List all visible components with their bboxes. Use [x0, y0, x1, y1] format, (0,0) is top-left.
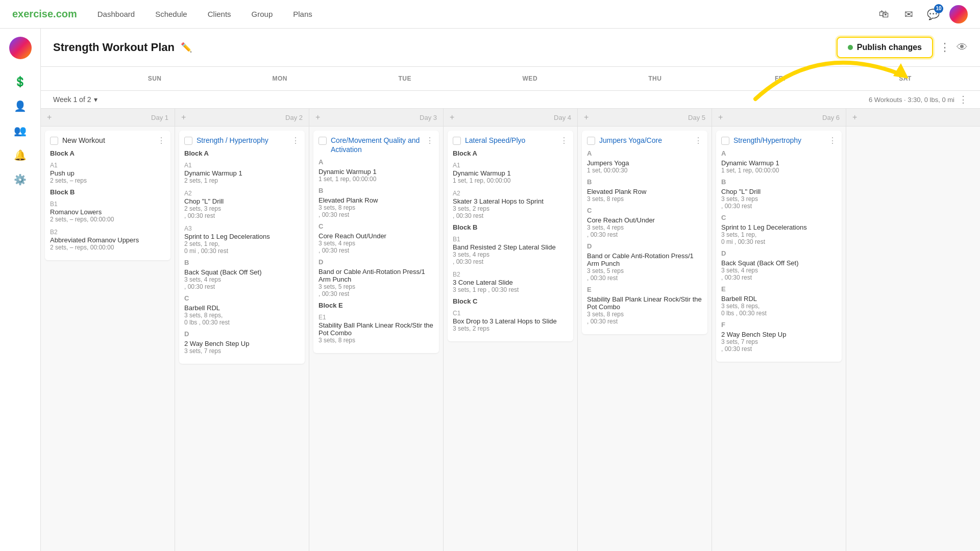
block-b-mon: B Back Squat (Back Off Set) 3 sets, 4 re… [184, 259, 300, 290]
exercise-row: Band or Cable Anti-Rotation Press/1 Arm … [318, 268, 434, 297]
add-day-tue[interactable]: + [315, 113, 320, 122]
workout-title-mon[interactable]: Strength / Hypertrophy [197, 136, 268, 145]
block-b-thu: B Elevated Plank Row 3 sets, 8 reps [587, 178, 702, 203]
exercise-row: Jumpers Yoga 1 set, 00:00:30 [587, 159, 702, 174]
exercise-row: E1 Stability Ball Plank Linear Rock/Stir… [318, 312, 434, 344]
workout-more-tue[interactable]: ⋮ [426, 136, 434, 145]
block-label: Block B [453, 223, 568, 231]
block-label: Block A [453, 149, 568, 157]
block-c-tue: C Core Reach Out/Under 3 sets, 4 reps , … [318, 222, 434, 254]
day-num-sun: Day 1 [151, 114, 168, 121]
workout-title-fri[interactable]: Strength/Hypertrophy [733, 136, 801, 145]
sidebar-item-bell[interactable]: 🔔 [10, 145, 31, 165]
add-day-sat[interactable]: + [852, 113, 857, 122]
workout-title-wed[interactable]: Lateral Speed/Plyo [465, 136, 525, 145]
add-day-wed[interactable]: + [450, 113, 454, 122]
block-a-wed: Block A A1 Dynamic Warmup 1 1 set, 1 rep… [453, 149, 568, 219]
main-content: Strength Workout Plan ✏️ Publish changes… [41, 29, 980, 551]
nav-dashboard[interactable]: Dashboard [93, 8, 139, 20]
block-f-fri: F 2 Way Bench Step Up 3 sets, 7 reps , 0… [721, 321, 837, 353]
publish-button[interactable]: Publish changes [837, 37, 933, 58]
workout-checkbox-mon[interactable] [184, 137, 192, 145]
workout-checkbox-thu[interactable] [587, 137, 595, 145]
workout-card-thu: Jumpers Yoga/Core ⋮ A Jumpers Yoga 1 set… [582, 131, 707, 334]
nav-group[interactable]: Group [248, 8, 277, 20]
day-header-col-sat: + [846, 109, 980, 127]
block-d-fri: D Back Squat (Back Off Set) 3 sets, 4 re… [721, 249, 837, 281]
block-label: Block C [453, 297, 568, 305]
workout-card-sun: New Workout ⋮ Block A A1 Push up 2 sets,… [45, 131, 170, 260]
add-day-mon[interactable]: + [181, 113, 186, 122]
day-header-col-mon: + Day 2 [175, 109, 309, 127]
sidebar-item-dollar[interactable]: 💲 [10, 71, 31, 92]
workout-title-area-wed: Lateral Speed/Plyo [453, 136, 525, 145]
logo-text: exercise [12, 8, 53, 19]
publish-label: Publish changes [857, 43, 922, 52]
logo-accent: .com [53, 8, 77, 19]
block-b-fri: B Chop "L" Drill 3 sets, 3 reps , 00:30 … [721, 178, 837, 210]
workout-more-wed[interactable]: ⋮ [560, 136, 568, 145]
main-layout: 💲 👤 👥 🔔 ⚙️ Strength Workout Plan ✏️ Publ… [0, 29, 980, 551]
add-day-sun[interactable]: + [47, 113, 52, 122]
workout-card-header-wed: Lateral Speed/Plyo ⋮ [453, 136, 568, 145]
nav-plans[interactable]: Plans [289, 8, 316, 20]
day-header-col-wed: + Day 4 [444, 109, 577, 127]
workout-more-mon[interactable]: ⋮ [291, 136, 300, 145]
workout-title-sun[interactable]: New Workout [62, 136, 105, 145]
week-stats: 6 Workouts · 3:30, 0 lbs, 0 mi [869, 96, 954, 104]
workout-checkbox-tue[interactable] [318, 137, 327, 145]
user-avatar[interactable] [949, 5, 968, 23]
workout-title-tue[interactable]: Core/Movement Quality and Activation [331, 136, 426, 154]
workout-checkbox-fri[interactable] [721, 137, 729, 145]
exercise-row: 2 Way Bench Step Up 3 sets, 7 reps , 00:… [721, 331, 837, 353]
workout-title-area-mon: Strength / Hypertrophy [184, 136, 268, 145]
workout-more-thu[interactable]: ⋮ [694, 136, 702, 145]
preview-icon[interactable]: 👁 [957, 41, 968, 54]
notifications-wrapper: 💬 10 [925, 6, 941, 22]
nav-links: Dashboard Schedule Clients Group Plans [93, 8, 876, 20]
sidebar-logo[interactable] [9, 37, 32, 59]
day-column-sun: + Day 1 New Workout ⋮ Block A A1 [41, 109, 175, 551]
exercise-row: Elevated Plank Row 3 sets, 8 reps , 00:3… [318, 196, 434, 218]
more-options-icon[interactable]: ⋮ [939, 41, 950, 54]
nav-actions: 🛍 ✉ 💬 10 [876, 5, 968, 23]
nav-schedule[interactable]: Schedule [151, 8, 191, 20]
page-title: Strength Workout Plan [53, 41, 175, 54]
workout-more-fri[interactable]: ⋮ [828, 136, 837, 145]
edit-title-icon[interactable]: ✏️ [181, 42, 192, 53]
nav-clients[interactable]: Clients [204, 8, 235, 20]
block-e-tue: Block E E1 Stability Ball Plank Linear R… [318, 302, 434, 344]
publish-status-dot [848, 45, 853, 50]
week-more-icon[interactable]: ⋮ [959, 94, 968, 105]
logo[interactable]: exercise.com [12, 8, 77, 20]
workout-checkbox-wed[interactable] [453, 137, 461, 145]
block-b-tue: B Elevated Plank Row 3 sets, 8 reps , 00… [318, 187, 434, 218]
day-header-col-thu: + Day 5 [578, 109, 712, 127]
sidebar-item-person[interactable]: 👤 [10, 96, 31, 116]
exercise-row: A1 Push up 2 sets, – reps [50, 160, 165, 184]
workout-title-thu[interactable]: Jumpers Yoga/Core [599, 136, 662, 145]
shopping-bag-icon[interactable]: 🛍 [876, 6, 892, 22]
sidebar-item-settings[interactable]: ⚙️ [10, 169, 31, 190]
day-num-fri: Day 6 [822, 114, 840, 121]
day-column-thu: + Day 5 Jumpers Yoga/Core ⋮ A [578, 109, 712, 551]
workout-more-sun[interactable]: ⋮ [157, 136, 165, 145]
workout-checkbox-sun[interactable] [50, 137, 58, 145]
day-column-sat: + [846, 109, 980, 551]
page-header: Strength Workout Plan ✏️ Publish changes… [41, 29, 980, 67]
sidebar-item-group[interactable]: 👥 [10, 120, 31, 141]
block-c-wed: Block C C1 Box Drop to 3 Lateral Hops to… [453, 297, 568, 332]
workout-title-area-sun: New Workout [50, 136, 105, 145]
exercise-row: Back Squat (Back Off Set) 3 sets, 4 reps… [184, 268, 300, 290]
day-header-sat: SAT [843, 71, 968, 86]
mail-icon[interactable]: ✉ [900, 6, 917, 22]
add-day-fri[interactable]: + [718, 113, 723, 122]
add-day-thu[interactable]: + [584, 113, 589, 122]
week-selector[interactable]: Week 1 of 2 ▾ [53, 95, 97, 104]
exercise-row: Barbell RDL 3 sets, 8 reps, 0 lbs , 00:3… [184, 304, 300, 326]
exercise-row: B1 Band Resisted 2 Step Lateral Slide 3 … [453, 234, 568, 265]
block-e-label: Block E [318, 302, 434, 309]
exercise-row: 2 Way Bench Step Up 3 sets, 7 reps [184, 340, 300, 355]
calendar-header: SUN MON TUE WED THU FRI SAT [41, 67, 980, 91]
workout-title-area-thu: Jumpers Yoga/Core [587, 136, 662, 145]
